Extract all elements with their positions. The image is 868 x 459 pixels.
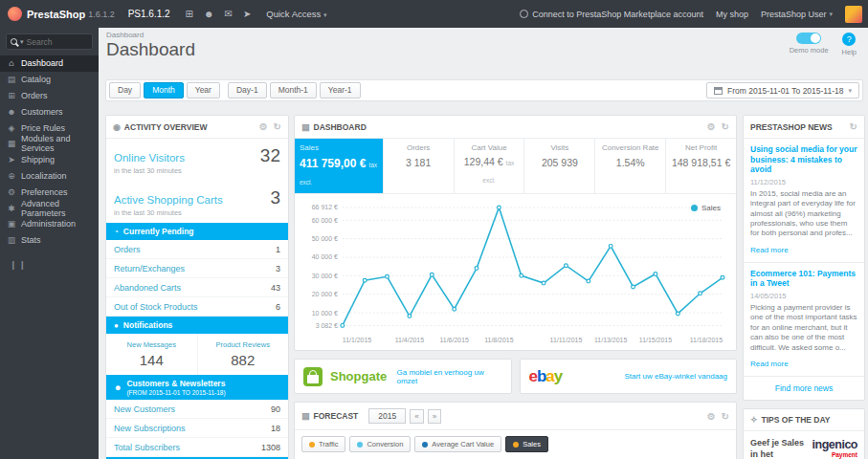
orders-notification-icon[interactable]: ⊞ [186, 9, 193, 19]
online-visitors-link[interactable]: Online Visitors [114, 152, 185, 164]
kpi-visits[interactable]: Visits205 939 [524, 139, 595, 193]
forecast-panel-title: FORECAST [314, 411, 359, 421]
forecast-sales-label: Sales [523, 440, 541, 448]
user-name-label: PrestaShop User [761, 10, 827, 19]
chart-legend[interactable]: Sales [691, 204, 721, 212]
header-tools: Demo mode ? Help [790, 33, 857, 56]
svg-text:50 000 €: 50 000 € [312, 235, 338, 242]
pending-orders-link[interactable]: Orders [114, 245, 141, 254]
new-subscriptions-value: 18 [271, 424, 280, 433]
sidebar-item-dashboard[interactable]: ⌂Dashboard [0, 55, 99, 72]
forecast-year-select[interactable]: 2015 [368, 408, 406, 424]
shop-name-link[interactable]: PS1.6.1.2 [128, 9, 170, 19]
new-subscriptions-link[interactable]: New Subscriptions [114, 424, 186, 433]
refresh-icon[interactable]: ↻ [722, 411, 729, 422]
new-customers-link[interactable]: New Customers [114, 404, 175, 414]
my-shop-link[interactable]: My shop [716, 10, 748, 19]
ingenico-logo-text: ingenico [809, 438, 857, 451]
messages-notification-icon[interactable]: ✉ [225, 9, 233, 19]
article-headline-link[interactable]: Ecommerce 101: Payments in a Tweet [750, 269, 857, 289]
sidebar-collapse-button[interactable]: ❙❙ [0, 249, 99, 281]
new-messages-cell[interactable]: New Messages144 [106, 334, 197, 375]
marketplace-link[interactable]: Connect to PrestaShop Marketplace accoun… [520, 10, 703, 19]
gear-icon[interactable]: ⚙ [707, 411, 716, 422]
quick-access-menu[interactable]: Quick Access ▾ [266, 9, 326, 19]
abandoned-carts-link[interactable]: Abandoned Carts [114, 283, 181, 293]
date-range-picker[interactable]: From 2015-11-01 To 2015-11-18 ▾ [706, 82, 859, 98]
kpi-net-profit[interactable]: Net Profit148 918,51 € [666, 139, 736, 193]
product-reviews-value: 882 [202, 352, 285, 368]
prestashop-admin: PrestaShop 1.6.1.2 PS1.6.1.2 ⊞ ☻ ✉ ➤ Qui… [0, 0, 868, 459]
out-of-stock-value: 6 [276, 302, 280, 312]
returns-link[interactable]: Return/Exchanges [114, 264, 185, 273]
find-more-news-link[interactable]: Find more news [744, 377, 864, 400]
filter-month-button[interactable]: Month [144, 82, 184, 98]
kpi-cart-value[interactable]: Cart Value129,44 €tax excl. [455, 139, 525, 193]
sidebar-item-shipping[interactable]: ➤Shipping [0, 152, 99, 168]
product-reviews-cell[interactable]: Product Reviews882 [197, 334, 289, 375]
kpi-cart-value-value: 129,44 € [464, 156, 503, 167]
sidebar-item-advanced-parameters[interactable]: ✱Advanced Parameters [0, 200, 99, 216]
sales-line-chart[interactable]: 66 912 €60 000 €50 000 €40 000 €30 000 €… [299, 198, 732, 350]
sidebar-search[interactable]: ▾ [6, 33, 93, 50]
forecast-panel: ▤ FORECAST 2015 « » ⚙↻ Traffic Conversio… [294, 402, 737, 459]
gear-icon[interactable]: ⚙ [259, 121, 268, 132]
sidebar-item-label: Localization [21, 171, 67, 181]
total-subscribers-link[interactable]: Total Subscribers [114, 443, 180, 452]
help-button[interactable]: ? [842, 33, 856, 46]
filter-year-button[interactable]: Year [187, 82, 220, 98]
forecast-conversion-toggle[interactable]: Conversion [349, 436, 411, 452]
avatar[interactable] [845, 6, 862, 23]
sidebar-item-catalog[interactable]: ▤Catalog [0, 72, 99, 88]
shopgate-link[interactable]: Ga mobiel en verhoog uw omzet [397, 368, 502, 385]
svg-text:11/13/2015: 11/13/2015 [594, 337, 627, 343]
search-input[interactable] [27, 37, 77, 47]
out-of-stock-link[interactable]: Out of Stock Products [114, 302, 198, 312]
refresh-icon[interactable]: ↻ [722, 121, 729, 132]
currently-pending-header: ◔Currently Pending [106, 223, 288, 240]
ebay-letter: b [537, 367, 545, 385]
customers-notification-icon[interactable]: ☻ [204, 9, 214, 19]
refresh-icon[interactable]: ↻ [850, 121, 857, 132]
sidebar-item-administration[interactable]: ▣Administration [0, 216, 99, 232]
read-more-link[interactable]: Read more [750, 360, 789, 368]
gear-icon[interactable]: ⚙ [707, 121, 716, 132]
refresh-icon[interactable]: ↻ [274, 121, 281, 132]
article-headline-link[interactable]: Using social media for your business: 4 … [750, 144, 857, 175]
svg-text:30 000 €: 30 000 € [312, 273, 338, 279]
forecast-sales-toggle[interactable]: Sales [505, 436, 548, 452]
tips-top-row: Geef je Sales in het buitenland een Boos… [744, 431, 864, 459]
next-year-button[interactable]: » [428, 409, 441, 424]
previous-year-button[interactable]: « [410, 409, 423, 424]
kpi-orders[interactable]: Orders3 181 [384, 139, 455, 193]
svg-text:11/8/2015: 11/8/2015 [484, 337, 514, 343]
active-carts-link[interactable]: Active Shopping Carts [114, 194, 223, 206]
filter-year-1-button[interactable]: Year-1 [320, 82, 361, 98]
sidebar-item-customers[interactable]: ☻Customers [0, 103, 99, 120]
demo-mode-toggle[interactable] [796, 33, 821, 44]
article-excerpt: In 2015, social media are an integral pa… [750, 189, 857, 239]
sidebar-item-orders[interactable]: ⊞Orders [0, 88, 99, 104]
sidebar-item-stats[interactable]: ▥Stats [0, 232, 99, 249]
kpi-conversion-rate[interactable]: Conversion Rate1.54% [595, 139, 666, 193]
sidebar-item-modules[interactable]: ▦Modules and Services [0, 136, 99, 152]
forecast-traffic-toggle[interactable]: Traffic [301, 436, 345, 452]
tips-headline: Geef je Sales in het buitenland een Boos… [750, 438, 805, 459]
filter-month-1-button[interactable]: Month-1 [270, 82, 317, 98]
read-more-link[interactable]: Read more [750, 246, 789, 254]
notifications-grid: New Messages144 Product Reviews882 [106, 334, 288, 375]
filter-day-button[interactable]: Day [109, 82, 141, 98]
ebay-link[interactable]: Start uw eBay-winkel vandaag [624, 372, 727, 381]
svg-text:66 912 €: 66 912 € [312, 204, 338, 210]
sidebar-item-localization[interactable]: ⊕Localization [0, 168, 99, 185]
forecast-avg-cart-toggle[interactable]: Average Cart Value [414, 436, 501, 452]
sidebar: ▾ ⌂Dashboard ▤Catalog ⊞Orders ☻Customers… [0, 28, 99, 459]
kpi-sales[interactable]: Sales411 759,00 €tax excl. [295, 139, 384, 193]
sidebar-item-label: Customers [21, 107, 63, 117]
launch-icon[interactable]: ➤ [243, 9, 251, 19]
product-reviews-label: Product Reviews [202, 340, 285, 349]
chevron-down-icon[interactable]: ▾ [20, 38, 24, 46]
user-menu[interactable]: PrestaShop User ▾ [761, 10, 833, 19]
activity-overview-panel: ◉ ACTIVITY OVERVIEW ⚙↻ Online Visitors 3… [105, 115, 289, 459]
filter-day-1-button[interactable]: Day-1 [228, 82, 267, 98]
